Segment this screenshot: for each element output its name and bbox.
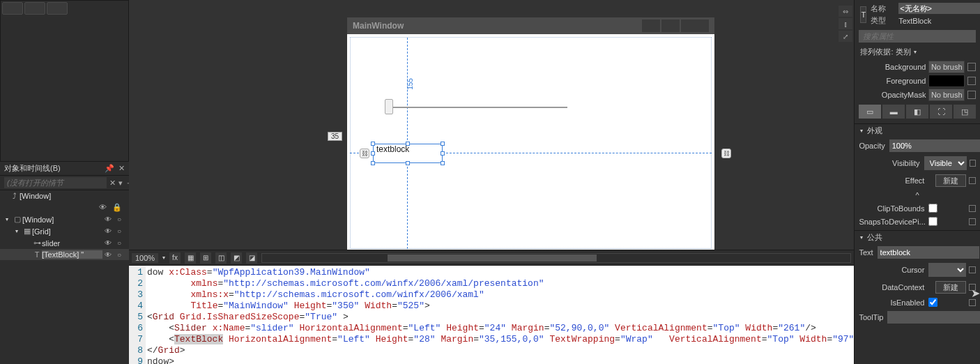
background-value[interactable]: No brush	[928, 61, 965, 73]
brush-tab-gradient[interactable]: ◧	[906, 105, 928, 119]
lock-dot-icon[interactable]: ○	[114, 227, 125, 235]
resize-handle[interactable]	[371, 161, 375, 165]
property-search-input[interactable]	[859, 30, 976, 43]
textblock-selected[interactable]: textblock	[373, 144, 443, 163]
foreground-value[interactable]	[928, 75, 965, 87]
effect-new-button[interactable]: 新建	[935, 174, 966, 187]
binding-marker-icon[interactable]	[969, 205, 976, 212]
guide-v-left2	[407, 163, 408, 249]
binding-marker-icon[interactable]	[967, 91, 976, 99]
datacontext-new-button[interactable]: 新建	[935, 281, 966, 294]
margin-y-label: 155	[406, 78, 414, 90]
close-button[interactable]	[681, 20, 709, 32]
pin-icon[interactable]: 📌	[105, 164, 114, 173]
opacitymask-brush-row[interactable]: OpacityMask No brush	[859, 89, 976, 101]
resize-handle[interactable]	[441, 161, 445, 165]
split-horizontal-icon[interactable]: ⇔	[839, 6, 852, 17]
resize-handle[interactable]	[371, 142, 375, 146]
lock-dot-icon[interactable]: ○	[114, 215, 125, 223]
code-gutter: 123456789	[129, 266, 146, 364]
brush-tab-solid[interactable]: ▬	[882, 105, 905, 119]
foreground-brush-row[interactable]: Foreground	[859, 75, 976, 87]
close-icon[interactable]: ✕	[118, 164, 125, 173]
grid-icon: ▦	[22, 227, 32, 236]
xaml-editor[interactable]: 123456789 dow x:Class="WpfApplication39.…	[129, 265, 854, 364]
snap-toggle-icon[interactable]: ⊞	[200, 252, 211, 264]
resize-handle[interactable]	[406, 161, 410, 165]
visibility-select[interactable]: Visible	[924, 156, 967, 170]
code-body[interactable]: dow x:Class="WpfApplication39.MainWindow…	[146, 266, 854, 364]
cursor-select[interactable]	[928, 263, 966, 277]
fx-button[interactable]: fx	[169, 252, 181, 264]
category-public[interactable]: ▾公共	[855, 230, 980, 244]
brush-tab-tile[interactable]: ⛶	[930, 105, 952, 119]
tree-header-icons: 👁 🔒	[0, 202, 129, 213]
lock-dot-icon[interactable]: ○	[114, 251, 125, 259]
resize-handle[interactable]	[441, 142, 445, 146]
cliptobounds-label: ClipToBounds	[859, 204, 928, 213]
resize-handle[interactable]	[441, 151, 445, 156]
brush-tab-nobrush[interactable]: ▭	[859, 105, 881, 119]
category-appearance[interactable]: ▾外观	[855, 123, 980, 137]
eye-icon[interactable]: 👁	[102, 239, 114, 247]
background-brush-row[interactable]: Background No brush	[859, 61, 976, 73]
sort-by-row[interactable]: 排列依据: 类别 ▾	[855, 44, 980, 60]
binding-marker-icon[interactable]	[967, 77, 976, 85]
opacitymask-value[interactable]: No brush	[928, 89, 965, 101]
brush-tab-resource[interactable]: ◳	[954, 105, 976, 119]
tree-slider-row[interactable]: ⊶ slider 👁 ○	[0, 237, 129, 249]
binding-marker-icon[interactable]	[970, 160, 976, 167]
binding-marker-icon[interactable]	[969, 218, 976, 225]
opacity-input[interactable]	[889, 139, 980, 152]
name-input[interactable]	[898, 3, 980, 14]
slider-thumb[interactable]	[385, 99, 393, 114]
link-right-icon[interactable]: ⛓	[721, 149, 731, 158]
window-titlebar: MainWindow	[347, 17, 714, 34]
timeline-root-row[interactable]: ⤴ [Window]	[0, 190, 129, 202]
text-label: Text	[859, 248, 877, 257]
tree-grid-row[interactable]: ▾ ▦ [Grid] 👁 ○	[0, 225, 129, 237]
zoom-level[interactable]: 100%	[132, 253, 158, 263]
snapstodevice-label: SnapsToDevicePi...	[859, 218, 928, 226]
tree-window-row[interactable]: ▾ ▢ [Window] 👁 ○	[0, 213, 129, 225]
misc-toggle-3[interactable]: ◪	[246, 252, 257, 264]
split-vertical-icon[interactable]: ⫿	[839, 18, 852, 29]
binding-marker-icon[interactable]	[969, 266, 976, 273]
chevron-down-icon[interactable]: ▾	[118, 179, 123, 188]
lock-dot-icon[interactable]: ○	[114, 239, 125, 247]
cliptobounds-checkbox[interactable]	[928, 204, 937, 213]
tool-button-2[interactable]	[24, 2, 45, 15]
binding-marker-icon[interactable]	[967, 63, 976, 71]
tool-button-3[interactable]	[47, 2, 68, 15]
collapse-pane-icon[interactable]: ⤢	[839, 31, 852, 42]
eye-icon[interactable]: 👁	[102, 215, 114, 223]
clear-icon[interactable]: ✕	[109, 179, 116, 188]
datacontext-label: DataContext	[859, 283, 928, 291]
binding-marker-icon[interactable]	[969, 299, 976, 306]
design-surface[interactable]: ⇔ ⫿ ⤢ 35 MainWindow	[129, 0, 854, 250]
binding-marker-icon[interactable]	[969, 284, 976, 291]
tool-button-1[interactable]	[2, 2, 23, 15]
text-input[interactable]	[878, 246, 979, 259]
maximize-button[interactable]	[661, 20, 680, 32]
misc-toggle-2[interactable]: ◩	[231, 252, 242, 264]
resize-handle[interactable]	[371, 151, 375, 156]
isenabled-checkbox[interactable]	[928, 298, 937, 307]
name-label: 名称	[871, 3, 894, 14]
misc-toggle-1[interactable]: ◫	[215, 252, 227, 264]
horizontal-scrollbar[interactable]	[261, 253, 851, 263]
minimize-button[interactable]	[642, 20, 660, 32]
resize-handle[interactable]	[406, 142, 410, 146]
binding-marker-icon[interactable]	[969, 177, 976, 184]
link-left-icon[interactable]: ⛓	[360, 149, 369, 158]
grid-toggle-icon[interactable]: ▦	[185, 252, 196, 264]
eye-icon[interactable]: 👁	[102, 251, 114, 259]
tree-textblock-row[interactable]: T [TextBlock] " 👁 ○	[0, 249, 129, 260]
tooltip-input[interactable]	[887, 311, 980, 324]
snapstodevice-checkbox[interactable]	[928, 217, 937, 226]
collapse-up-icon[interactable]: ^	[859, 191, 976, 199]
eye-icon[interactable]: 👁	[102, 227, 114, 235]
slider-control[interactable]	[385, 99, 567, 116]
margin-x-label: 35	[328, 132, 342, 141]
storyboard-field[interactable]	[4, 177, 107, 188]
